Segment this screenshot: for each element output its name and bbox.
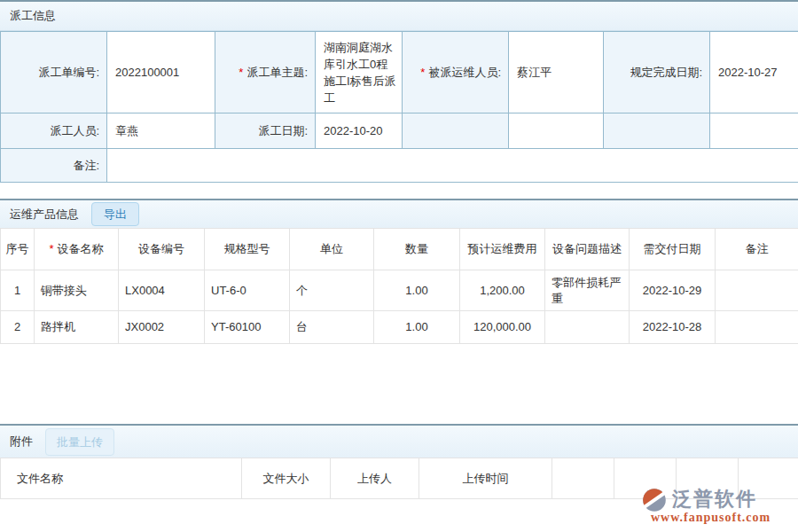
order-no-value: 2022100001 xyxy=(107,32,215,113)
dispatch-info-form: 派工单编号: 2022100001 *派工单主题: 湖南洞庭湖水库引水工0程施工… xyxy=(0,31,798,183)
form-row-remark: 备注: xyxy=(1,149,798,183)
subject-value: 湖南洞庭湖水库引水工0程施工I标售后派工 xyxy=(316,32,403,113)
cell-seq: 1 xyxy=(1,270,35,311)
col-header-unit: 单位 xyxy=(290,229,374,270)
col-header-remark: 备注 xyxy=(716,229,798,270)
deadline-label: 规定完成日期: xyxy=(604,32,710,113)
dispatch-date-value: 2022-10-20 xyxy=(316,113,403,149)
col-header-est-cost: 预计运维费用 xyxy=(460,229,545,270)
dispatcher-value: 章燕 xyxy=(107,113,215,149)
cell-unit: 个 xyxy=(290,270,374,311)
col-header-problem: 设备问题描述 xyxy=(545,229,630,270)
products-title: 运维产品信息 xyxy=(10,207,79,223)
required-marker: * xyxy=(420,66,425,79)
col-header-device-name: *设备名称 xyxy=(35,229,119,270)
col-header-seq: 序号 xyxy=(1,229,35,270)
table-row: 1 铜带接头 LX0004 UT-6-0 个 1.00 1,200.00 零部件… xyxy=(1,270,798,311)
vendor-url: www.fanpusoft.com xyxy=(651,511,771,525)
deadline-value: 2022-10-27 xyxy=(710,32,798,113)
vendor-brand-name: 泛普软件 xyxy=(672,486,757,512)
cell-remark xyxy=(716,270,798,311)
cell-device-no: JX0002 xyxy=(119,311,205,344)
cell-est-cost: 1,200.00 xyxy=(460,270,545,311)
cell-remark xyxy=(716,311,798,344)
cell-due-date: 2022-10-28 xyxy=(630,311,716,344)
empty-col-header xyxy=(552,458,614,499)
products-header: 运维产品信息 导出 xyxy=(0,199,798,228)
table-row: 2 路拌机 JX0002 YT-60100 台 1.00 120,000.00 … xyxy=(1,311,798,344)
products-header-row: 序号 *设备名称 设备编号 规格型号 单位 数量 预计运维费用 设备问题描述 需… xyxy=(1,229,798,270)
dispatch-info-title: 派工信息 xyxy=(10,8,56,24)
subject-label: *派工单主题: xyxy=(215,32,316,113)
cell-qty: 1.00 xyxy=(374,270,460,311)
dispatch-date-label: 派工日期: xyxy=(215,113,316,149)
form-row-2: 派工人员: 章燕 派工日期: 2022-10-20 xyxy=(1,113,798,149)
required-marker: * xyxy=(49,242,53,255)
form-row-1: 派工单编号: 2022100001 *派工单主题: 湖南洞庭湖水库引水工0程施工… xyxy=(1,32,798,113)
section-gap xyxy=(0,183,798,199)
col-header-upload-time: 上传时间 xyxy=(419,458,552,499)
batch-upload-button[interactable]: 批量上传 xyxy=(45,428,114,456)
assignee-value: 蔡江平 xyxy=(509,32,604,113)
cell-device-name: 铜带接头 xyxy=(35,270,119,311)
cell-device-name: 路拌机 xyxy=(35,311,119,344)
cell-spec: YT-60100 xyxy=(205,311,290,344)
remark-value xyxy=(107,149,798,183)
col-header-qty: 数量 xyxy=(374,229,460,270)
order-no-label: 派工单编号: xyxy=(1,32,107,113)
col-header-device-no: 设备编号 xyxy=(119,229,205,270)
cell-unit: 台 xyxy=(290,311,374,344)
export-button[interactable]: 导出 xyxy=(91,202,139,226)
empty-value-cell xyxy=(710,113,798,149)
cell-seq: 2 xyxy=(1,311,35,344)
cell-problem: 零部件损耗严重 xyxy=(545,270,630,311)
assignee-label: *被派运维人员: xyxy=(403,32,509,113)
col-header-file-size: 文件大小 xyxy=(242,458,331,499)
required-marker: * xyxy=(239,66,243,79)
col-header-uploader: 上传人 xyxy=(331,458,419,499)
dispatch-info-header: 派工信息 xyxy=(0,0,798,31)
cell-est-cost: 120,000.00 xyxy=(460,311,545,344)
attachments-title: 附件 xyxy=(10,434,33,450)
empty-label-cell xyxy=(403,113,509,149)
remark-label: 备注: xyxy=(1,149,107,183)
attachments-header: 附件 批量上传 xyxy=(0,424,798,458)
empty-value-cell xyxy=(509,113,604,149)
col-header-spec: 规格型号 xyxy=(205,229,290,270)
cell-device-no: LX0004 xyxy=(119,270,205,311)
cell-problem xyxy=(545,311,630,344)
cell-qty: 1.00 xyxy=(374,311,460,344)
empty-label-cell xyxy=(604,113,710,149)
products-table: 序号 *设备名称 设备编号 规格型号 单位 数量 预计运维费用 设备问题描述 需… xyxy=(0,228,798,344)
cell-spec: UT-6-0 xyxy=(205,270,290,311)
cell-due-date: 2022-10-29 xyxy=(630,270,716,311)
col-header-file-name: 文件名称 xyxy=(1,458,242,499)
vendor-watermark: 泛普软件 www.fanpusoft.com xyxy=(640,486,791,527)
dispatcher-label: 派工人员: xyxy=(1,113,107,149)
col-header-due-date: 需交付日期 xyxy=(630,229,716,270)
dispatch-order-page: 派工信息 派工单编号: 2022100001 *派工单主题: 湖南洞庭湖水库引水… xyxy=(0,0,798,532)
